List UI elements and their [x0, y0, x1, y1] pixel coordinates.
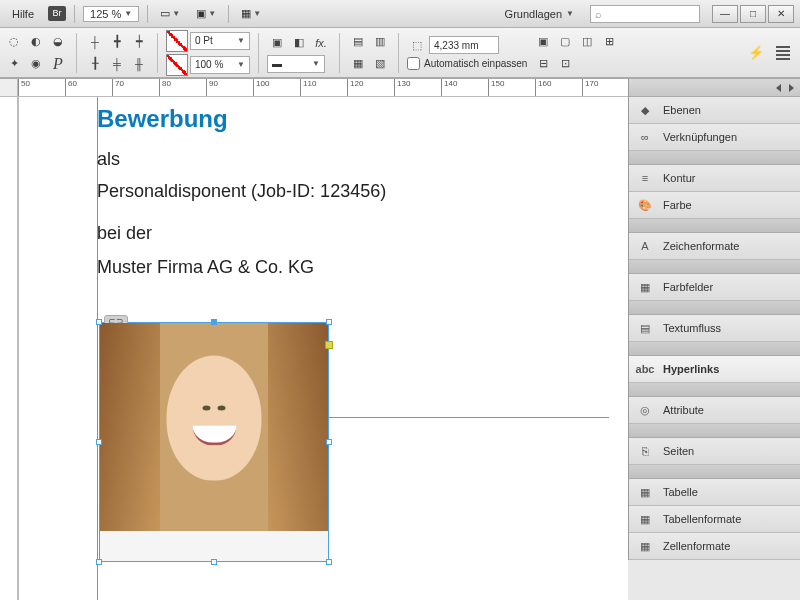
fit-icon[interactable]: ▢ — [555, 32, 575, 52]
panel-attribute[interactable]: ◎Attribute — [629, 397, 800, 424]
bridge-icon[interactable]: Br — [48, 6, 66, 21]
panel-label: Hyperlinks — [663, 363, 719, 375]
align-icon[interactable]: ╂ — [85, 54, 105, 74]
resize-handle[interactable] — [326, 439, 332, 445]
resize-handle[interactable] — [326, 559, 332, 565]
blend-combo[interactable]: ▬▼ — [267, 55, 325, 73]
fit-icon[interactable]: ▣ — [533, 32, 553, 52]
close-button[interactable]: ✕ — [768, 5, 794, 23]
panel-textumfluss[interactable]: ▤Textumfluss — [629, 315, 800, 342]
resize-handle[interactable] — [96, 559, 102, 565]
quick-apply-icon[interactable]: ⚡ — [748, 45, 770, 60]
image-frame[interactable]: ⊂⊃ — [99, 322, 329, 562]
zoom-value: 125 % — [90, 8, 121, 20]
workspace-switcher[interactable]: Grundlagen ▼ — [497, 6, 582, 22]
doc-text: Personaldisponent (Job-ID: 123456) — [97, 181, 386, 201]
maximize-button[interactable]: □ — [740, 5, 766, 23]
resize-handle[interactable] — [211, 319, 217, 325]
arrange-button[interactable]: ▦▼ — [237, 5, 265, 23]
wrap-icon[interactable]: ▥ — [370, 32, 390, 52]
tool-icon[interactable]: ◒ — [48, 32, 68, 52]
panel-tabstrip[interactable] — [629, 79, 800, 97]
collapse-right-icon[interactable] — [789, 84, 794, 92]
panel-hyperlinks[interactable]: abcHyperlinks — [629, 356, 800, 383]
frame-icon[interactable]: ⬚ — [407, 35, 427, 55]
tool-icon[interactable]: ◌ — [4, 32, 24, 52]
search-input[interactable]: ⌕ — [590, 5, 700, 23]
ruler-tick: 80 — [159, 79, 171, 97]
fit-icon[interactable]: ⊞ — [599, 32, 619, 52]
fx-icon[interactable]: fx. — [311, 33, 331, 53]
resize-handle[interactable] — [211, 559, 217, 565]
panel-dock: ◆Ebenen∞Verknüpfungen≡Kontur🎨FarbeAZeich… — [628, 79, 800, 560]
panel-label: Zellenformate — [663, 540, 730, 552]
panel-tabelle[interactable]: ▦Tabelle — [629, 479, 800, 506]
ruler-tick: 140 — [441, 79, 457, 97]
align-icon[interactable]: ╪ — [107, 54, 127, 74]
view-options-button[interactable]: ▭▼ — [156, 5, 184, 23]
panel-icon: ▦ — [637, 279, 653, 295]
doc-headline: Bewerbung — [97, 105, 228, 132]
panel-kontur[interactable]: ≡Kontur — [629, 165, 800, 192]
ruler-tick: 90 — [206, 79, 218, 97]
fit-icon[interactable]: ⊡ — [555, 54, 575, 74]
minimize-button[interactable]: — — [712, 5, 738, 23]
panel-seiten[interactable]: ⎘Seiten — [629, 438, 800, 465]
panel-label: Kontur — [663, 172, 695, 184]
panel-ebenen[interactable]: ◆Ebenen — [629, 97, 800, 124]
stroke-swatch-none[interactable] — [166, 54, 188, 76]
canvas[interactable]: 5060708090100110120130140150160170 Bewer… — [0, 79, 628, 600]
ruler-tick: 70 — [112, 79, 124, 97]
wrap-icon[interactable]: ▦ — [348, 54, 368, 74]
search-icon: ⌕ — [595, 8, 602, 20]
align-icon[interactable]: ╫ — [129, 54, 149, 74]
menubar: Hilfe Br 125 % ▼ ▭▼ ▣▼ ▦▼ Grundlagen ▼ ⌕… — [0, 0, 800, 28]
fit-icon[interactable]: ⊟ — [533, 54, 553, 74]
panel-zellenformate[interactable]: ▦Zellenformate — [629, 533, 800, 560]
wrap-icon[interactable]: ▤ — [348, 32, 368, 52]
resize-handle[interactable] — [326, 319, 332, 325]
wrap-icon[interactable]: ▧ — [370, 54, 390, 74]
panel-label: Verknüpfungen — [663, 131, 737, 143]
panel-label: Attribute — [663, 404, 704, 416]
resize-handle[interactable] — [96, 319, 102, 325]
panel-icon: ▦ — [637, 538, 653, 554]
fit-icon[interactable]: ◫ — [577, 32, 597, 52]
ruler-tick: 120 — [347, 79, 363, 97]
panel-farbe[interactable]: 🎨Farbe — [629, 192, 800, 219]
live-corner-handle[interactable] — [325, 341, 333, 349]
chevron-down-icon: ▼ — [566, 9, 574, 18]
align-icon[interactable]: ┿ — [129, 32, 149, 52]
tool-icon[interactable]: ◐ — [26, 32, 46, 52]
control-toolbar: ◌ ◐ ◒ ✦ ◉ P ┼ ╋ ┿ ╂ ╪ ╫ 0 Pt▼ — [0, 28, 800, 78]
resize-handle[interactable] — [96, 439, 102, 445]
screen-mode-button[interactable]: ▣▼ — [192, 5, 220, 23]
panel-farbfelder[interactable]: ▦Farbfelder — [629, 274, 800, 301]
tool-icon[interactable]: ◉ — [26, 54, 46, 74]
align-icon[interactable]: ╋ — [107, 32, 127, 52]
stroke-weight-combo[interactable]: 0 Pt▼ — [190, 32, 250, 50]
align-icon[interactable]: ┼ — [85, 32, 105, 52]
menu-help[interactable]: Hilfe — [6, 6, 40, 22]
opacity-combo[interactable]: 100 %▼ — [190, 56, 250, 74]
panel-menu-icon[interactable] — [776, 46, 790, 60]
frame-width-combo[interactable]: 4,233 mm — [429, 36, 499, 54]
fill-swatch-none[interactable] — [166, 30, 188, 52]
panel-icon: ∞ — [637, 129, 653, 145]
panel-label: Seiten — [663, 445, 694, 457]
ruler-tick: 130 — [394, 79, 410, 97]
collapse-left-icon[interactable] — [776, 84, 781, 92]
panel-icon: A — [637, 238, 653, 254]
tool-icon[interactable]: P — [48, 54, 68, 74]
panel-tabellenformate[interactable]: ▦Tabellenformate — [629, 506, 800, 533]
zoom-combo[interactable]: 125 % ▼ — [83, 6, 139, 22]
chevron-down-icon: ▼ — [124, 9, 132, 18]
panel-verknüpfungen[interactable]: ∞Verknüpfungen — [629, 124, 800, 151]
guide-line[interactable] — [97, 97, 98, 600]
autofit-checkbox[interactable] — [407, 57, 420, 70]
effects-icon[interactable]: ▣ — [267, 33, 287, 53]
doc-text: bei der — [97, 223, 152, 243]
corner-icon[interactable]: ◧ — [289, 33, 309, 53]
tool-icon[interactable]: ✦ — [4, 54, 24, 74]
panel-zeichenformate[interactable]: AZeichenformate — [629, 233, 800, 260]
